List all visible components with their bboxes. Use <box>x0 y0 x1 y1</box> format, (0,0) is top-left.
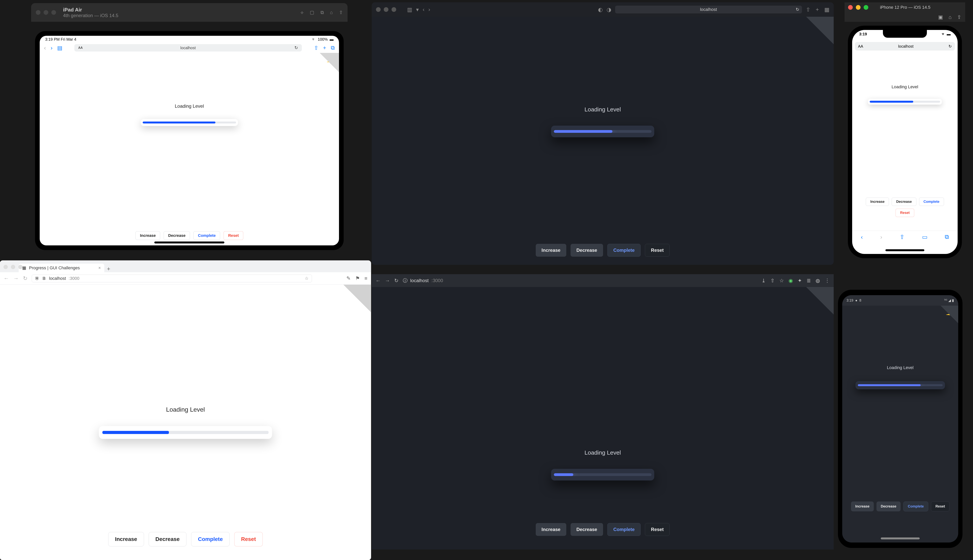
share-icon[interactable]: ⇧ <box>899 233 904 240</box>
menu-icon[interactable]: ⋮ <box>825 278 830 284</box>
increase-button[interactable]: Increase <box>135 231 160 240</box>
bookmark-star-icon[interactable]: ☆ <box>305 276 309 281</box>
bookmark-star-icon[interactable]: ☆ <box>779 278 784 284</box>
list-icon[interactable]: ≣ <box>807 278 811 284</box>
forward-button[interactable]: › <box>428 7 430 13</box>
reset-button[interactable]: Reset <box>931 502 950 512</box>
traffic-lights[interactable] <box>376 7 396 12</box>
reader-aa-icon[interactable]: AA <box>858 44 863 48</box>
increase-button[interactable]: Increase <box>851 502 874 512</box>
shield-icon[interactable]: ⛨ <box>35 276 39 281</box>
home-icon[interactable]: ⌂ <box>948 14 951 20</box>
record-icon[interactable]: ⧉ <box>321 10 324 15</box>
firefox-toolbar: ← → ↻ ⛨ 🗎 localhost:3000 ☆ ✎ ⚑ ≡ <box>0 272 371 285</box>
forward-button[interactable]: › <box>50 45 53 51</box>
traffic-lights[interactable] <box>848 5 868 10</box>
address-bar[interactable]: AA localhost ↻ <box>74 44 302 52</box>
screenshot-icon[interactable]: ▢ <box>310 10 314 15</box>
address-bar[interactable]: AA localhost ↻ <box>855 42 955 50</box>
visbug-corner[interactable]: ⚡ <box>801 17 834 50</box>
decrease-button[interactable]: Decrease <box>149 532 187 547</box>
decrease-button[interactable]: Decrease <box>876 502 901 512</box>
forward-button[interactable]: → <box>385 278 390 284</box>
forward-button[interactable]: › <box>880 234 882 240</box>
complete-button[interactable]: Complete <box>919 198 944 206</box>
address-bar[interactable]: localhost ↻ <box>615 6 802 13</box>
decrease-button[interactable]: Decrease <box>164 231 190 240</box>
back-button[interactable]: ‹ <box>423 7 425 13</box>
reset-button[interactable]: Reset <box>234 532 263 547</box>
sidebar-icon[interactable]: ▥ <box>407 7 412 13</box>
decrease-button[interactable]: Decrease <box>570 244 603 257</box>
lock-icon[interactable]: 🗎 <box>42 276 46 281</box>
complete-button[interactable]: Complete <box>903 502 928 512</box>
decrease-button[interactable]: Decrease <box>570 523 603 536</box>
reset-button[interactable]: Reset <box>645 244 670 257</box>
tab-strip: ▦ Progress | GUI Challenges × + <box>0 260 371 272</box>
home-indicator[interactable] <box>885 249 925 251</box>
visbug-corner[interactable]: ⚡ <box>338 285 371 318</box>
reload-icon[interactable]: ↻ <box>394 278 398 284</box>
visbug-corner[interactable]: ⚡ <box>939 306 958 325</box>
close-tab-icon[interactable]: × <box>98 265 101 270</box>
share-icon[interactable]: ⇧ <box>806 7 810 13</box>
appearance-icon[interactable]: ◑ <box>607 7 611 13</box>
complete-button[interactable]: Complete <box>607 244 640 257</box>
hamburger-icon[interactable]: ≡ <box>364 275 368 282</box>
sidebar-icon[interactable]: ▤ <box>57 45 62 51</box>
external-icon[interactable]: ⇪ <box>339 10 343 15</box>
traffic-lights[interactable] <box>36 10 56 15</box>
reset-button[interactable]: Reset <box>645 523 670 536</box>
info-icon[interactable]: ⓘ <box>403 277 408 284</box>
reset-button[interactable]: Reset <box>896 208 914 217</box>
forward-button[interactable]: → <box>13 275 19 282</box>
extension-icon[interactable]: ✎ <box>346 275 351 282</box>
bookmarks-icon[interactable]: ▭ <box>922 233 928 240</box>
share-icon[interactable]: ⇧ <box>771 278 775 284</box>
complete-button[interactable]: Complete <box>194 231 220 240</box>
extension-icon[interactable]: ◉ <box>789 278 793 284</box>
address-bar[interactable]: ⛨ 🗎 localhost:3000 ☆ <box>32 275 312 282</box>
newtab-icon[interactable]: + <box>323 45 326 51</box>
reader-aa-icon[interactable]: AA <box>78 46 83 50</box>
complete-button[interactable]: Complete <box>191 532 230 547</box>
tabs-icon[interactable]: ⧉ <box>945 233 949 240</box>
complete-button[interactable]: Complete <box>607 523 640 536</box>
tabs-icon[interactable]: ▦ <box>824 7 829 13</box>
increase-button[interactable]: Increase <box>536 244 566 257</box>
home-icon[interactable]: ⌂ <box>330 10 333 15</box>
reload-icon[interactable]: ↻ <box>948 44 952 48</box>
increase-button[interactable]: Increase <box>866 198 889 206</box>
extensions-puzzle-icon[interactable]: ✦ <box>797 278 802 284</box>
notif-count: 8 <box>859 298 861 303</box>
profile-icon[interactable]: ◍ <box>816 278 820 284</box>
home-indicator[interactable] <box>154 242 224 243</box>
gesture-bar[interactable] <box>881 537 920 539</box>
reset-button[interactable]: Reset <box>224 231 243 240</box>
reload-icon[interactable]: ↻ <box>796 7 799 12</box>
shield-icon[interactable]: ◐ <box>598 7 603 13</box>
dropdown-icon[interactable]: ▾ <box>416 7 419 13</box>
address-bar[interactable]: ⓘ localhost:3000 <box>403 277 734 284</box>
tabs-icon[interactable]: ⧉ <box>331 45 335 51</box>
back-button[interactable]: ‹ <box>861 234 863 240</box>
reload-icon[interactable]: ↻ <box>23 275 27 282</box>
newtab-icon[interactable]: + <box>816 7 819 13</box>
share-icon[interactable]: ⇧ <box>314 45 318 51</box>
external-icon[interactable]: ⇪ <box>957 14 961 20</box>
increase-button[interactable]: Increase <box>108 532 144 547</box>
visbug-corner[interactable]: ⚡ <box>801 287 834 320</box>
install-icon[interactable]: ⤓ <box>761 278 766 284</box>
back-button[interactable]: ← <box>3 275 9 282</box>
traffic-lights[interactable] <box>3 265 23 269</box>
reload-icon[interactable]: ↻ <box>294 45 298 50</box>
screenshot-icon[interactable]: ▣ <box>938 14 943 20</box>
pointer-icon[interactable]: ⟡ <box>301 10 304 15</box>
back-button[interactable]: ‹ <box>44 45 46 51</box>
extension2-icon[interactable]: ⚑ <box>355 275 360 282</box>
newtab-button[interactable]: + <box>104 266 113 272</box>
increase-button[interactable]: Increase <box>536 523 566 536</box>
back-button[interactable]: ← <box>376 278 381 284</box>
tab-active[interactable]: ▦ Progress | GUI Challenges × <box>19 264 104 272</box>
decrease-button[interactable]: Decrease <box>892 198 916 206</box>
